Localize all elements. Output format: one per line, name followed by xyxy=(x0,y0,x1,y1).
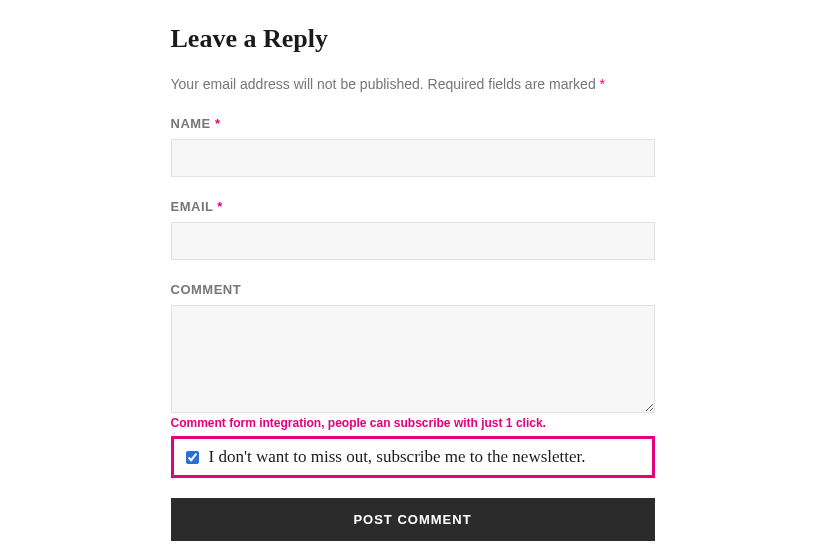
name-required-marker: * xyxy=(215,116,221,131)
subscribe-label: I don't want to miss out, subscribe me t… xyxy=(209,447,586,467)
post-comment-button[interactable]: POST COMMENT xyxy=(171,498,655,541)
email-required-marker: * xyxy=(217,199,223,214)
comment-textarea[interactable] xyxy=(171,305,655,413)
required-marker: * xyxy=(600,76,605,92)
email-input[interactable] xyxy=(171,222,655,260)
name-input[interactable] xyxy=(171,139,655,177)
name-field-group: NAME * xyxy=(171,116,655,177)
form-heading: Leave a Reply xyxy=(171,24,655,54)
subscribe-box: I don't want to miss out, subscribe me t… xyxy=(171,436,655,478)
intro-text: Your email address will not be published… xyxy=(171,76,600,92)
integration-annotation: Comment form integration, people can sub… xyxy=(171,416,655,430)
name-label: NAME * xyxy=(171,116,655,131)
name-label-text: NAME xyxy=(171,116,211,131)
comment-form: Leave a Reply Your email address will no… xyxy=(171,0,655,541)
email-label-text: EMAIL xyxy=(171,199,214,214)
subscribe-checkbox[interactable] xyxy=(186,451,199,464)
form-intro: Your email address will not be published… xyxy=(171,76,655,92)
email-field-group: EMAIL * xyxy=(171,199,655,260)
comment-field-group: COMMENT Comment form integration, people… xyxy=(171,282,655,430)
email-label: EMAIL * xyxy=(171,199,655,214)
comment-label: COMMENT xyxy=(171,282,655,297)
